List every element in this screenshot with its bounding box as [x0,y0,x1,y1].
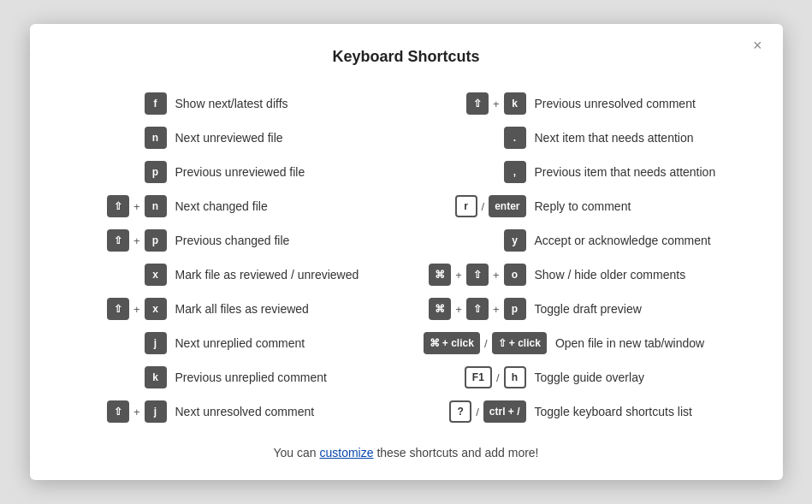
shortcut-desc-2: Previous item that needs attention [535,165,716,179]
footer: You can customize these shortcuts and ad… [64,446,749,460]
shortcut-keys-0: ⇧+k [424,92,526,115]
shortcut-keys-9: ⇧+j [64,400,167,423]
separator: + [133,200,141,213]
shortcut-keys-0: f [64,92,167,115]
shortcut-keys-6: ⇧+x [64,298,167,320]
shortcut-desc-7: Open file in new tab/window [555,336,704,350]
customize-link[interactable]: customize [319,446,373,460]
shortcut-row: ?/ctrl + / Toggle keyboard shortcuts lis… [424,394,749,429]
key: ⇧ [466,298,489,320]
key: p [504,298,526,320]
shortcut-row: p Previous unreviewed file [64,155,389,189]
shortcut-desc-0: Show next/latest diffs [175,97,288,110]
shortcut-desc-4: Previous changed file [175,234,290,247]
shortcuts-grid: f Show next/latest diffs n Next unreview… [64,86,749,429]
shortcut-keys-3: r/enter [424,195,526,217]
shortcut-row: ⇧+x Mark all files as reviewed [64,292,389,326]
shortcut-desc-4: Accept or acknowledge comment [535,234,711,247]
key: ⇧ [107,400,129,423]
key: k [145,366,167,388]
shortcut-keys-2: p [64,161,167,183]
key: ⇧ [107,229,129,252]
key: ⌘ [429,264,451,286]
key: ⇧ [466,264,489,286]
separator: / [495,371,501,384]
separator: + [133,406,141,418]
key: o [504,264,526,286]
footer-text-before: You can [273,446,319,460]
shortcut-row: ⇧+n Next changed file [64,189,389,223]
key: k [504,92,526,115]
separator: + [454,269,463,282]
shortcut-desc-0: Previous unresolved comment [535,97,696,110]
shortcut-row: , Previous item that needs attention [424,155,749,189]
shortcut-desc-9: Next unresolved comment [175,405,315,418]
key: n [145,127,167,149]
shortcut-keys-5: ⌘+⇧+o [424,264,526,286]
shortcut-row: j Next unreplied comment [64,326,389,360]
key: ⇧ [107,195,129,217]
key: ⇧ [466,92,489,115]
shortcut-row: ⌘+⇧+o Show / hide older comments [424,258,749,292]
shortcut-desc-7: Next unreplied comment [175,336,305,350]
separator: / [483,337,489,350]
shortcut-keys-8: k [64,366,167,388]
key: ⇧ [107,298,129,320]
shortcut-row: ⌘+⇧+p Toggle draft preview [424,292,749,326]
shortcut-desc-8: Toggle guide overlay [535,371,644,384]
key: , [504,161,526,183]
separator: + [492,98,501,110]
shortcut-desc-6: Toggle draft preview [535,302,642,316]
shortcut-desc-1: Next item that needs attention [535,131,694,145]
close-button[interactable]: × [748,36,768,55]
shortcut-keys-2: , [424,161,526,183]
key: enter [489,195,525,217]
shortcut-keys-4: y [424,229,526,252]
shortcut-desc-3: Reply to comment [535,199,631,213]
left-column: f Show next/latest diffs n Next unreview… [64,86,389,429]
shortcut-desc-3: Next changed file [175,199,268,213]
footer-text-after: these shortcuts and add more! [374,446,539,460]
shortcut-row: r/enter Reply to comment [424,189,749,223]
key: x [145,264,167,286]
key: j [145,332,167,354]
shortcut-row: y Accept or acknowledge comment [424,223,749,258]
shortcut-row: k Previous unreplied comment [64,360,389,394]
key: ⌘ [429,298,451,320]
shortcut-row: n Next unreviewed file [64,121,389,155]
shortcut-keys-1: n [64,127,167,149]
separator: + [492,269,501,282]
shortcut-row: x Mark file as reviewed / unreviewed [64,258,389,292]
modal-title: Keyboard Shortcuts [64,48,749,66]
shortcut-keys-6: ⌘+⇧+p [424,298,526,320]
shortcut-desc-6: Mark all files as reviewed [175,302,309,316]
key: r [455,195,477,217]
key: ? [449,400,471,423]
shortcut-row: ⇧+p Previous changed file [64,223,389,258]
shortcut-keys-1: . [424,127,526,149]
shortcut-keys-4: ⇧+p [64,229,167,252]
shortcut-keys-7: ⌘ + click/⇧ + click [424,332,547,354]
key: h [504,366,526,388]
key: p [145,161,167,183]
shortcut-row: . Next item that needs attention [424,121,749,155]
key: ctrl + / [483,400,526,423]
separator: / [481,200,486,213]
separator: + [133,234,141,247]
shortcut-keys-9: ?/ctrl + / [424,400,526,423]
key: ⌘ + click [424,332,480,354]
key: y [504,229,526,252]
shortcut-keys-7: j [64,332,167,354]
shortcut-keys-8: F1/h [424,366,526,388]
separator: / [475,406,480,418]
shortcut-desc-5: Mark file as reviewed / unreviewed [175,268,359,282]
keyboard-shortcuts-modal: × Keyboard Shortcuts f Show next/latest … [30,24,783,480]
key: ⇧ + click [492,332,547,354]
shortcut-desc-1: Next unreviewed file [175,131,283,145]
separator: + [492,303,501,316]
shortcut-row: ⇧+k Previous unresolved comment [424,86,749,121]
key: n [145,195,167,217]
shortcut-keys-3: ⇧+n [64,195,167,217]
key: p [145,229,167,252]
key: F1 [465,366,492,388]
